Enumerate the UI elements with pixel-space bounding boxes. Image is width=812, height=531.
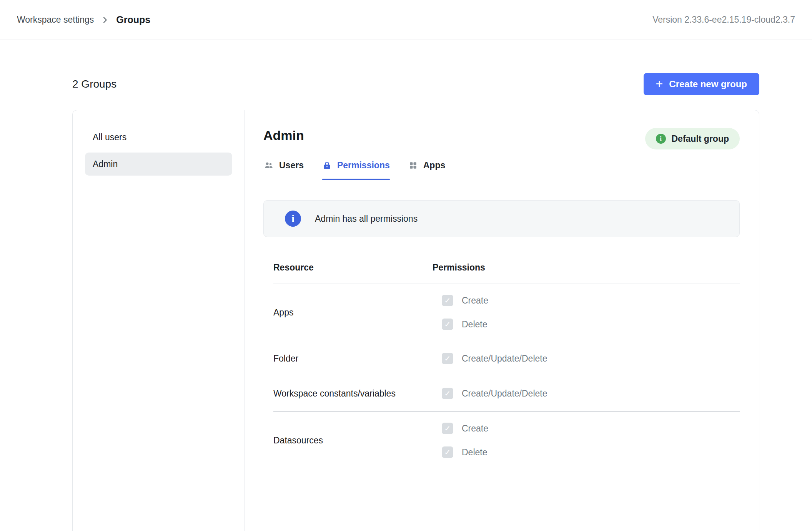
permission-group: ✓ Create ✓ Delete — [433, 420, 488, 461]
group-item-all-users[interactable]: All users — [85, 126, 232, 149]
permissions-table: Resource Permissions Apps ✓ Create ✓ Del… — [263, 246, 740, 469]
table-row-apps: Apps ✓ Create ✓ Delete — [273, 284, 740, 341]
tab-apps-label: Apps — [423, 160, 446, 171]
info-circle-icon: i — [656, 134, 666, 144]
permission-line: ✓ Create/Update/Delete — [442, 350, 547, 367]
apps-create-checkbox[interactable]: ✓ — [442, 295, 453, 306]
permission-label: Delete — [462, 319, 487, 330]
breadcrumb-current-groups: Groups — [116, 14, 150, 25]
chevron-right-icon — [101, 16, 109, 24]
groups-toolbar: 2 Groups + Create new group — [72, 73, 759, 95]
tab-permissions-label: Permissions — [337, 160, 390, 171]
table-row-workspace-constants: Workspace constants/variables ✓ Create/U… — [273, 376, 740, 412]
permissions-info-banner: i Admin has all permissions — [263, 200, 740, 237]
folder-cud-checkbox[interactable]: ✓ — [442, 353, 453, 364]
datasources-delete-checkbox[interactable]: ✓ — [442, 446, 453, 458]
plus-icon: + — [656, 78, 663, 90]
check-icon: ✓ — [444, 390, 451, 397]
permissions-table-header: Resource Permissions — [273, 246, 740, 284]
apps-delete-checkbox[interactable]: ✓ — [442, 319, 453, 330]
permission-label: Create/Update/Delete — [462, 388, 547, 399]
permissions-column-header: Permissions — [433, 262, 485, 273]
groups-card: All users Admin Admin i Default group — [72, 110, 759, 531]
group-title: Admin — [263, 128, 304, 143]
permission-line: ✓ Delete — [442, 315, 488, 333]
breadcrumb: Workspace settings Groups — [17, 14, 150, 25]
datasources-create-checkbox[interactable]: ✓ — [442, 423, 453, 434]
permission-label: Create/Update/Delete — [462, 353, 547, 364]
resource-label: Apps — [273, 307, 433, 318]
permission-line: ✓ Create — [442, 420, 488, 437]
create-new-group-label: Create new group — [669, 79, 747, 90]
permission-label: Create — [462, 423, 488, 434]
group-tabs: Users Permissions — [263, 160, 740, 180]
group-list-sidebar: All users Admin — [73, 110, 245, 531]
tab-users[interactable]: Users — [263, 160, 304, 180]
workspace-constants-cud-checkbox[interactable]: ✓ — [442, 388, 453, 399]
resource-label: Datasources — [273, 435, 433, 446]
resource-label: Workspace constants/variables — [273, 388, 433, 399]
permission-label: Create — [462, 295, 488, 306]
resource-column-header: Resource — [273, 262, 433, 273]
info-icon: i — [285, 211, 301, 227]
apps-grid-icon — [408, 161, 418, 170]
tab-permissions[interactable]: Permissions — [322, 160, 390, 180]
table-row-folder: Folder ✓ Create/Update/Delete — [273, 341, 740, 376]
check-icon: ✓ — [444, 297, 451, 304]
check-icon: ✓ — [444, 320, 451, 328]
permissions-info-text: Admin has all permissions — [315, 214, 418, 224]
group-detail-panel: Admin i Default group Users — [245, 110, 759, 531]
default-group-badge: i Default group — [645, 128, 740, 149]
group-item-admin[interactable]: Admin — [85, 153, 232, 176]
check-icon: ✓ — [444, 425, 451, 432]
tab-apps[interactable]: Apps — [408, 160, 446, 180]
lock-icon — [322, 161, 332, 170]
group-item-label: Admin — [93, 159, 118, 169]
tab-users-label: Users — [279, 160, 304, 171]
create-new-group-button[interactable]: + Create new group — [644, 73, 759, 95]
permission-group: ✓ Create/Update/Delete — [433, 385, 547, 402]
permission-label: Delete — [462, 447, 487, 458]
group-item-label: All users — [93, 132, 126, 143]
permission-line: ✓ Create/Update/Delete — [442, 385, 547, 402]
permission-group: ✓ Create/Update/Delete — [433, 350, 547, 367]
default-group-badge-label: Default group — [672, 134, 729, 144]
resource-label: Folder — [273, 353, 433, 364]
permission-group: ✓ Create ✓ Delete — [433, 292, 488, 333]
permission-line: ✓ Create — [442, 292, 488, 309]
permission-line: ✓ Delete — [442, 443, 488, 461]
version-label: Version 2.33.6-ee2.15.19-cloud2.3.7 — [652, 15, 795, 25]
top-header: Workspace settings Groups Version 2.33.6… — [0, 0, 812, 40]
panel-header: Admin i Default group — [263, 128, 740, 149]
breadcrumb-workspace-settings[interactable]: Workspace settings — [17, 15, 94, 25]
users-icon — [263, 160, 274, 171]
check-icon: ✓ — [444, 448, 451, 456]
groups-count-label: 2 Groups — [72, 78, 116, 90]
check-icon: ✓ — [444, 355, 451, 362]
table-row-datasources: Datasources ✓ Create ✓ Delete — [273, 412, 740, 469]
